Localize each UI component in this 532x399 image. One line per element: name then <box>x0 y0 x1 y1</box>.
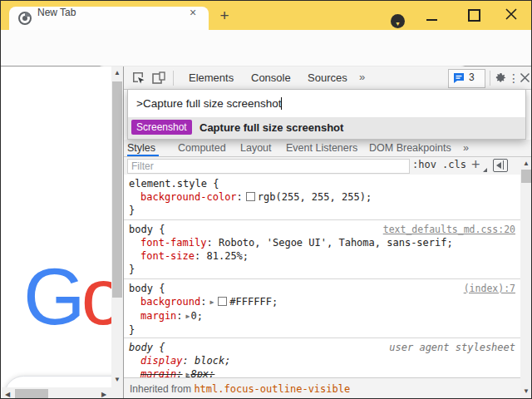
issues-counter-button[interactable]: 3 <box>448 69 485 88</box>
toolbar-separator <box>173 71 174 86</box>
tab-close-icon[interactable]: × <box>185 5 200 20</box>
message-bubble-icon <box>453 72 465 84</box>
selected-tab-underline <box>127 155 159 156</box>
property-name[interactable]: font-family <box>140 237 206 249</box>
scroll-right-icon[interactable]: ▶ <box>99 390 109 399</box>
new-rule-dropdown-corner <box>483 168 487 172</box>
tab-styles[interactable]: Styles <box>127 142 155 154</box>
user-agent-label: user agent stylesheet <box>389 341 515 354</box>
page-vscroll-thumb[interactable] <box>112 81 122 298</box>
property-name[interactable]: background <box>140 296 200 308</box>
property-value[interactable]: Roboto, 'Segoe UI', Tahoma, sans-serif <box>219 237 447 249</box>
new-style-rule-button[interactable]: + <box>471 156 480 174</box>
more-tabs-icon[interactable]: » <box>463 142 469 154</box>
stylesheet-link[interactable]: (index):7 <box>464 282 515 295</box>
more-tabs-icon[interactable]: » <box>359 71 365 83</box>
property-value[interactable]: rgb(255, 255, 255) <box>258 191 366 203</box>
page-content: Go Search Goo <box>2 66 111 387</box>
profile-chip[interactable]: ▼ <box>391 14 405 28</box>
google-search-box[interactable]: Search Goo <box>4 376 111 387</box>
scroll-down-icon[interactable]: ▼ <box>520 387 532 397</box>
property-value[interactable]: block <box>195 355 224 367</box>
suggestion-label: Capture full size screenshot <box>200 117 343 139</box>
inherited-from-row: Inherited from html.focus-outline-visibl… <box>124 377 520 399</box>
maximize-button[interactable] <box>468 9 480 22</box>
toggle-sidebar-icon[interactable] <box>493 159 508 172</box>
tab-console[interactable]: Console <box>251 71 291 84</box>
tab-title: New Tab <box>37 7 76 18</box>
stylesheet-link[interactable]: text_defaults_md.css:20 <box>383 223 515 236</box>
tab-event-listeners[interactable]: Event Listeners <box>286 142 357 154</box>
google-logo: Go <box>23 251 111 342</box>
tab-dom-breakpoints[interactable]: DOM Breakpoints <box>369 142 451 154</box>
command-input-text: >Capture full size screenshot <box>136 97 281 110</box>
scroll-up-icon[interactable]: ▲ <box>111 68 123 78</box>
issues-count: 3 <box>469 71 475 83</box>
rule-selector: body <box>129 283 153 294</box>
styles-scroll-thumb[interactable] <box>521 170 531 183</box>
toggle-class-editor[interactable]: .cls <box>442 159 466 170</box>
styles-scrollbar[interactable] <box>520 157 532 399</box>
command-input[interactable]: >Capture full size screenshot <box>128 90 525 117</box>
screenshot-badge: Screenshot <box>131 120 192 135</box>
tab-layout[interactable]: Layout <box>240 142 272 154</box>
chrome-tab-icon <box>18 12 32 25</box>
styles-rule-list: element.style { background-color:rgb(255… <box>124 175 520 377</box>
rule-selector: body <box>129 224 153 235</box>
property-name[interactable]: display <box>140 355 183 367</box>
browser-window: New Tab × + ▼ ← → Search Google or type … <box>0 0 532 399</box>
search-box-text: Search Goo <box>47 377 111 387</box>
property-name[interactable]: margin <box>140 310 176 322</box>
inherited-node-link[interactable]: html.focus-outline-visible <box>194 383 350 395</box>
tab-elements[interactable]: Elements <box>189 71 234 84</box>
property-name[interactable]: background-color <box>140 191 237 203</box>
toolbar-separator <box>490 71 490 86</box>
style-rule-element[interactable]: element.style { background-color:rgb(255… <box>124 175 520 220</box>
profile-caret-icon: ▼ <box>395 21 401 27</box>
toggle-hover-state[interactable]: :hov <box>412 159 436 170</box>
tab-computed[interactable]: Computed <box>178 142 226 154</box>
command-suggestion-row[interactable]: Screenshot Capture full size screenshot <box>128 117 525 139</box>
property-value[interactable]: 0 <box>190 310 196 322</box>
inspect-element-icon[interactable] <box>132 71 145 85</box>
logo-letter-o: o <box>81 252 111 341</box>
browser-toolbar: ← → Search Google or type a URL ☆ ⋮ <box>1 30 531 66</box>
style-rule-body-defaults[interactable]: body {text_defaults_md.css:20 font-famil… <box>124 220 520 279</box>
rule-selector: body <box>129 342 153 353</box>
rule-selector: element.style <box>129 178 207 190</box>
scroll-left-icon[interactable]: ◀ <box>2 390 12 399</box>
scroll-up-icon[interactable]: ▲ <box>520 159 532 169</box>
scroll-down-icon[interactable]: ▼ <box>111 375 123 385</box>
color-swatch[interactable] <box>246 192 255 201</box>
expand-triangle-icon[interactable]: ▶ <box>186 313 190 320</box>
color-swatch[interactable] <box>218 297 227 306</box>
text-cursor <box>281 97 282 110</box>
property-value[interactable]: 81.25% <box>207 250 243 262</box>
close-window-button[interactable] <box>505 7 518 21</box>
minimize-button[interactable] <box>426 19 437 21</box>
page-hscroll-thumb[interactable] <box>15 389 48 398</box>
property-name[interactable]: font-size <box>140 250 195 262</box>
filter-input[interactable]: Filter <box>127 159 410 174</box>
property-value[interactable]: #FFFFFF <box>229 296 272 308</box>
title-bar: New Tab × + ▼ <box>1 1 531 30</box>
devtools-close-icon[interactable] <box>520 72 530 83</box>
settings-gear-icon[interactable] <box>495 71 507 84</box>
device-toolbar-icon[interactable] <box>152 71 165 85</box>
inherited-label: Inherited from <box>130 383 194 395</box>
devtools-menu-icon[interactable]: ⋮ <box>508 70 520 86</box>
new-tab-button[interactable]: + <box>216 7 233 24</box>
command-menu: >Capture full size screenshot Screenshot… <box>127 89 526 140</box>
expand-triangle-icon[interactable]: ▶ <box>209 298 214 306</box>
logo-letter-g: G <box>23 252 81 341</box>
tab-sources[interactable]: Sources <box>308 71 347 84</box>
style-rule-body-index[interactable]: body {(index):7 background:▶#FFFFFF; mar… <box>124 279 520 338</box>
